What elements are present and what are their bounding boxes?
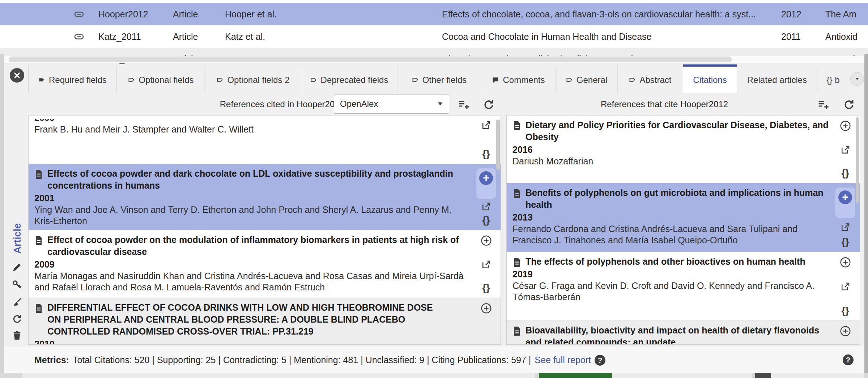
tag-icon: [310, 76, 317, 83]
article-icon: [512, 121, 521, 131]
tag-icon: [412, 76, 419, 83]
entry-year: 2012: [781, 3, 821, 25]
citing-list-scrollbar[interactable]: [856, 117, 859, 203]
window-bottom-edge: [0, 373, 868, 378]
tab-label: Deprecated fields: [321, 75, 388, 85]
import-entry-icon[interactable]: [480, 302, 492, 314]
citation-key: Hooper2012: [98, 3, 171, 25]
tab-other-fields[interactable]: Other fields: [397, 64, 481, 93]
tab-abstract[interactable]: Abstract: [618, 64, 683, 93]
delete-trash-button[interactable]: [12, 330, 23, 341]
entry-title: Effect of cocoa powder on the modulation…: [47, 234, 472, 258]
external-link-icon[interactable]: [840, 144, 851, 155]
reference-entry-selected[interactable]: Effects of cocoa powder and dark chocola…: [29, 164, 501, 230]
tab-optional-fields-2[interactable]: Optional fields 2: [205, 64, 301, 93]
scrollbar-thumb[interactable]: [9, 56, 732, 62]
import-all-citing-button[interactable]: [817, 98, 829, 110]
tab-overflow-button[interactable]: [850, 72, 864, 86]
citation-metrics-bar: Metrics: Total Citations: 520 | Supporti…: [4, 347, 864, 373]
provider-select[interactable]: OpenAlex: [334, 94, 449, 114]
tab-optional-fields[interactable]: Optional fields: [117, 64, 205, 93]
entry-title: DIFFERENTIAL EFFECT OF COCOA DRINKS WITH…: [47, 302, 438, 337]
reference-entry[interactable]: Dietary and Policy Priorities for Cardio…: [507, 116, 860, 183]
tab-general[interactable]: General: [556, 64, 618, 93]
show-bibtex-icon[interactable]: {}: [841, 168, 849, 178]
chevron-down-icon: [437, 102, 443, 106]
tab-label: Abstract: [639, 75, 671, 85]
cited-list-scrollbar[interactable]: [496, 119, 500, 170]
linked-file-icon[interactable]: [74, 25, 89, 48]
refresh-citing-button[interactable]: [843, 98, 855, 110]
cited-panel-title: References cited in Hooper2012: [95, 93, 344, 115]
reference-entry[interactable]: 2000 Frank B. Hu and Meir J. Stampfer an…: [29, 116, 501, 164]
table-row[interactable]: Hooper2012 Article Hooper et al. Effects…: [0, 3, 868, 25]
help-icon[interactable]: ?: [843, 354, 854, 365]
tab-required-fields[interactable]: Required fields: [28, 64, 117, 93]
window-edge: [0, 54, 4, 378]
entry-type: Article: [173, 3, 224, 25]
tab-related-articles[interactable]: Related articles: [737, 64, 817, 93]
entry-journal: The Am: [825, 3, 868, 25]
tab-label: Citations: [693, 75, 727, 85]
entry-year: 2011: [781, 25, 821, 48]
entry-title: Effects of cocoa powder and dark chocola…: [47, 168, 472, 192]
regenerate-refresh-button[interactable]: [12, 313, 23, 325]
import-entry-icon[interactable]: [839, 256, 851, 268]
tab-citations[interactable]: Citations: [683, 64, 737, 93]
external-link-icon[interactable]: [840, 222, 851, 233]
external-link-icon[interactable]: [481, 259, 492, 270]
tab-label: Required fields: [49, 75, 107, 85]
tab-label: {} b: [826, 75, 839, 85]
import-entry-button[interactable]: +: [835, 188, 855, 218]
entry-title: Dietary and Policy Priorities for Cardio…: [526, 119, 831, 143]
import-entry-icon[interactable]: [480, 235, 492, 247]
import-entry-icon[interactable]: [839, 120, 851, 132]
import-entry-button[interactable]: +: [476, 168, 496, 199]
entry-year: 2013: [512, 211, 831, 223]
tag-icon: [217, 76, 224, 83]
entry-title: Cocoa and Chocolate in Human Health and …: [442, 25, 775, 48]
jabref-window: Hooper2012 Article Hooper et al. Effects…: [0, 0, 868, 378]
show-bibtex-icon[interactable]: {}: [482, 148, 490, 159]
entry-year: 2009: [34, 258, 472, 270]
help-icon[interactable]: ?: [595, 355, 605, 366]
external-link-icon[interactable]: [481, 201, 492, 212]
tab-bibtex-source[interactable]: {} b: [817, 64, 849, 93]
linked-file-icon[interactable]: [74, 3, 89, 25]
reference-entry[interactable]: Bioavailability, bioactivity and impact …: [507, 321, 860, 345]
entry-authors: Dariush Mozaffarian: [512, 156, 831, 167]
reference-entry[interactable]: Effect of cocoa powder on the modulation…: [29, 230, 501, 298]
external-link-icon[interactable]: [481, 120, 492, 131]
article-icon: [34, 169, 43, 180]
tag-icon: [629, 76, 636, 83]
entry-year: 2010: [34, 338, 472, 345]
article-icon: [512, 326, 521, 336]
show-bibtex-icon[interactable]: {}: [482, 215, 490, 226]
show-bibtex-icon[interactable]: {}: [841, 236, 849, 247]
tag-filled-icon: [38, 76, 45, 83]
edit-pencil-button[interactable]: [12, 262, 23, 273]
see-full-report-link[interactable]: See full report: [535, 355, 591, 365]
table-row[interactable]: Katz_2011 Article Katz et al. Cocoa and …: [0, 25, 868, 48]
show-bibtex-icon[interactable]: {}: [482, 282, 490, 293]
import-all-cited-button[interactable]: [457, 98, 469, 110]
plus-icon: +: [838, 190, 852, 204]
cleanup-broom-button[interactable]: [12, 297, 23, 308]
provider-value: OpenAlex: [340, 99, 437, 109]
refresh-cited-button[interactable]: [482, 98, 495, 110]
tab-deprecated-fields[interactable]: Deprecated fields: [301, 64, 397, 93]
close-entry-editor-button[interactable]: [10, 68, 24, 83]
entry-editor-panel: Required fields Optional fields Optional…: [4, 64, 864, 373]
show-bibtex-icon[interactable]: {}: [841, 305, 849, 316]
article-icon: [34, 235, 43, 246]
horizontal-scrollbar[interactable]: [4, 56, 864, 63]
metrics-values: Total Citations: 520 | Supporting: 25 | …: [73, 355, 531, 365]
tab-comments[interactable]: Comments: [481, 64, 556, 93]
generate-key-button[interactable]: [12, 279, 23, 291]
reference-entry[interactable]: The effects of polyphenols and other bio…: [507, 252, 860, 321]
plus-icon: +: [479, 171, 493, 185]
reference-entry-selected[interactable]: Benefits of polyphenols on gut microbiot…: [507, 183, 860, 252]
external-link-icon[interactable]: [840, 281, 851, 292]
reference-entry[interactable]: DIFFERENTIAL EFFECT OF COCOA DRINKS WITH…: [29, 298, 501, 345]
import-entry-icon[interactable]: [839, 325, 851, 337]
